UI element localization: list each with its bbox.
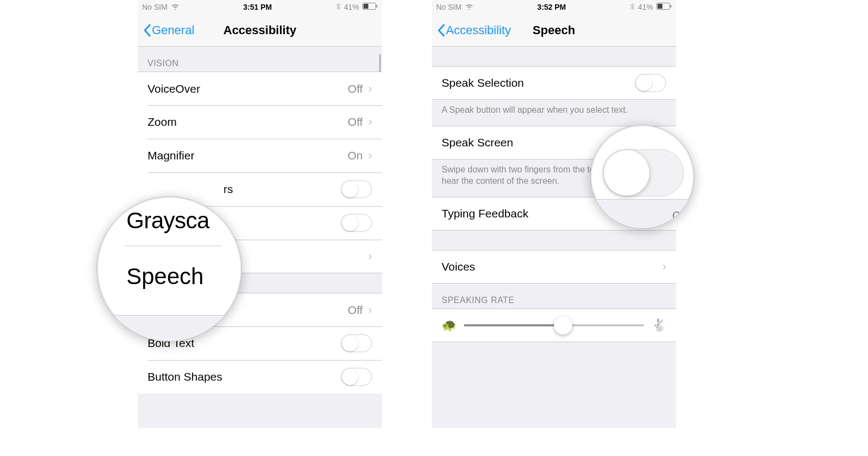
cell-label: Magnifier xyxy=(148,149,194,162)
cell-label: Speak Screen xyxy=(442,136,513,149)
chevron-right-icon: › xyxy=(368,82,372,96)
cell-label: Voices xyxy=(442,260,475,273)
slider-thumb[interactable] xyxy=(554,316,572,335)
row-magnifier[interactable]: Magnifier On › xyxy=(138,139,382,172)
cell-label: Zoom xyxy=(148,115,177,129)
carrier-text: No SIM xyxy=(142,3,168,11)
row-speak-selection[interactable]: Speak Selection xyxy=(432,66,676,100)
toggle-speak-screen-zoomed[interactable] xyxy=(603,149,684,197)
nav-bar: Accessibility Speech xyxy=(432,14,676,47)
status-bar: No SIM 3:51 PM 41% xyxy=(138,0,382,14)
cell-value: Off xyxy=(348,115,363,129)
cell-label: Button Shapes xyxy=(148,370,222,383)
toggle-switch[interactable] xyxy=(341,368,372,386)
chevron-right-icon: › xyxy=(368,115,372,129)
back-label: General xyxy=(152,23,194,37)
battery-icon xyxy=(362,3,378,11)
svg-rect-5 xyxy=(670,5,671,8)
toggle-speak-selection[interactable] xyxy=(635,74,666,92)
row-zoom[interactable]: Zoom Off › xyxy=(138,105,382,139)
cell-value: On xyxy=(348,149,363,162)
toggle-switch[interactable] xyxy=(341,180,372,198)
back-button[interactable]: General xyxy=(143,23,194,37)
svg-rect-2 xyxy=(376,5,377,8)
chevron-right-icon: › xyxy=(368,149,372,163)
svg-rect-4 xyxy=(658,4,662,9)
bluetooth-icon xyxy=(336,3,341,12)
back-label: Accessibility xyxy=(446,23,511,37)
cell-label: XXXXXXXXXXrs xyxy=(148,183,233,196)
battery-icon xyxy=(656,3,672,11)
cell-label: VoiceOver xyxy=(148,82,200,95)
battery-percent: 41% xyxy=(638,3,653,11)
rabbit-icon: 🐇 xyxy=(652,318,666,332)
clock: 3:52 PM xyxy=(537,3,566,11)
svg-rect-1 xyxy=(363,4,368,9)
zoom-callout-toggle: of xyxy=(590,125,694,229)
wifi-icon xyxy=(465,3,474,11)
toggle-switch[interactable] xyxy=(341,214,372,232)
page-title: Accessibility xyxy=(224,23,297,37)
clock: 3:51 PM xyxy=(243,3,272,11)
section-header-vision: VISION xyxy=(138,47,382,72)
cell-label-speech: Speech xyxy=(97,246,241,290)
row-button-shapes[interactable]: Button Shapes xyxy=(138,360,382,394)
status-bar: No SIM 3:52 PM 41% xyxy=(432,0,676,14)
page-title: Speech xyxy=(533,23,575,37)
wifi-icon xyxy=(171,3,180,11)
chevron-left-icon xyxy=(437,24,445,37)
cell-label: Speak Selection xyxy=(442,76,524,89)
chevron-left-icon xyxy=(143,24,151,37)
back-button[interactable]: Accessibility xyxy=(437,23,511,37)
chevron-right-icon: › xyxy=(368,303,372,317)
chevron-right-icon: › xyxy=(368,249,372,264)
battery-percent: 41% xyxy=(344,3,359,11)
carrier-text: No SIM xyxy=(436,3,462,11)
row-voiceover[interactable]: VoiceOver Off › xyxy=(138,72,382,105)
row-voices[interactable]: Voices › xyxy=(432,250,676,284)
footer-speak-selection: A Speak button will appear when you sele… xyxy=(432,100,676,126)
cell-value: Off xyxy=(348,82,363,95)
cell-label: Typing Feedback xyxy=(442,207,528,220)
nav-bar: General Accessibility xyxy=(138,14,382,47)
row-speaking-rate: 🐢 🐇 xyxy=(432,309,676,342)
section-header-rate: SPEAKING RATE xyxy=(432,284,676,309)
zoom-callout-speech: Graysca Speech xyxy=(97,196,242,342)
toggle-switch[interactable] xyxy=(341,334,372,352)
chevron-right-icon: › xyxy=(662,260,666,274)
cell-value: Off xyxy=(348,304,363,317)
turtle-icon: 🐢 xyxy=(442,318,456,332)
bluetooth-icon xyxy=(630,3,635,12)
rate-slider[interactable] xyxy=(464,324,644,326)
